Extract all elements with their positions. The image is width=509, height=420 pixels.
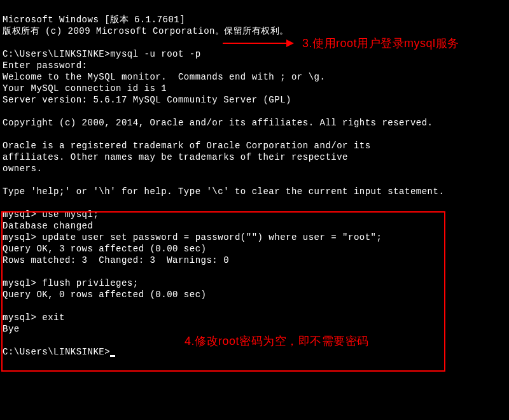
terminal-line: Bye — [3, 324, 20, 334]
terminal-line: affiliates. Other names may be trademark… — [3, 152, 348, 162]
annotation-text-1: 3.使用root用户登录mysql服务 — [302, 36, 459, 51]
command-prompt: C:\Users\LINKSINKE> — [3, 347, 110, 357]
terminal-line: Database changed — [3, 221, 93, 231]
terminal-line: Server version: 5.6.17 MySQL Community S… — [3, 95, 291, 105]
terminal-line: 版权所有 (c) 2009 Microsoft Corporation。保留所有… — [3, 26, 289, 36]
annotation-text-2: 4.修改root密码为空，即不需要密码 — [185, 333, 369, 349]
arrow-head-icon — [286, 39, 294, 47]
cursor-icon — [110, 355, 115, 357]
terminal-line: Type 'help;' or '\h' for help. Type '\c'… — [3, 186, 444, 197]
terminal-output[interactable]: Microsoft Windows [版本 6.1.7601] 版权所有 (c)… — [3, 3, 506, 358]
terminal-line: Welcome to the MySQL monitor. Commands e… — [3, 72, 325, 82]
terminal-line: Query OK, 3 rows affected (0.00 sec) — [3, 244, 206, 254]
terminal-line: C:\Users\LINKSINKE>mysql -u root -p — [3, 49, 201, 59]
terminal-line: mysql> use mysql; — [3, 209, 99, 220]
arrow-line-icon — [223, 43, 286, 44]
terminal-line: mysql> update user set password = passwo… — [3, 232, 382, 242]
terminal-line: Rows matched: 3 Changed: 3 Warnings: 0 — [3, 255, 229, 265]
terminal-line: Enter password: — [3, 60, 88, 71]
terminal-line: Your MySQL connection id is 1 — [3, 83, 167, 94]
terminal-line: owners. — [3, 164, 42, 174]
terminal-line: Copyright (c) 2000, 2014, Oracle and/or … — [3, 118, 433, 128]
annotation-arrow — [223, 39, 294, 47]
terminal-line: Microsoft Windows [版本 6.1.7601] — [3, 15, 185, 25]
terminal-line: mysql> exit — [3, 312, 65, 323]
terminal-line: mysql> flush privileges; — [3, 278, 139, 288]
terminal-line: Query OK, 0 rows affected (0.00 sec) — [3, 290, 206, 300]
terminal-line: Oracle is a registered trademark of Orac… — [3, 141, 371, 151]
